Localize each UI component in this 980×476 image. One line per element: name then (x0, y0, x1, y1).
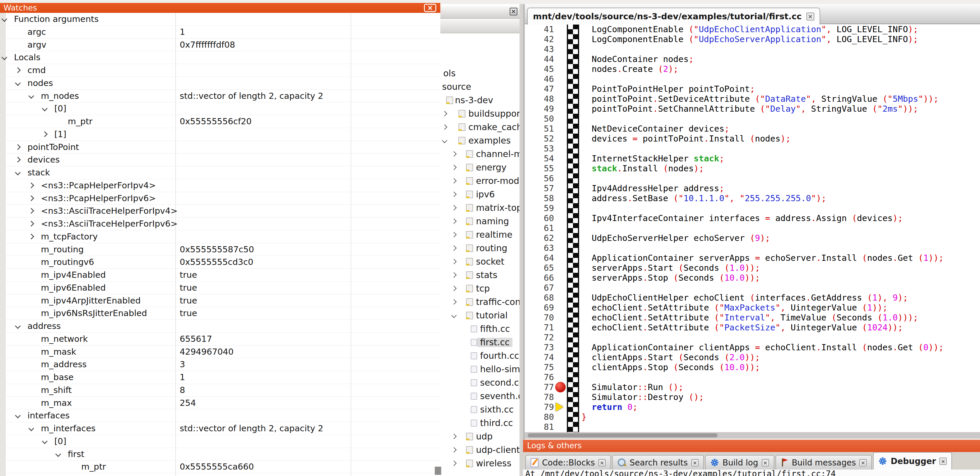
tree-item-ipv6[interactable]: ipv6 (440, 190, 520, 200)
code-text[interactable]: pointToPoint.SetChannelAttribute ("Delay… (581, 104, 918, 114)
line-number[interactable]: 69 (525, 303, 554, 313)
watch-row[interactable]: m_shift8 (0, 384, 440, 397)
log-tab-search-results[interactable]: Search results× (612, 455, 704, 470)
editor-tab-first-cc[interactable]: mnt/dev/tools/source/ns-3-dev/examples/t… (527, 8, 820, 24)
code-text[interactable]: Ipv4InterfaceContainer interfaces = addr… (581, 213, 903, 223)
code-text[interactable]: InternetStackHelper stack; (581, 153, 724, 163)
chevron-right-icon[interactable] (451, 178, 457, 183)
line-number[interactable]: 47 (525, 84, 554, 94)
log-tab-code-blocks[interactable]: Code::Blocks× (525, 455, 611, 470)
chevron-right-icon[interactable] (451, 286, 457, 291)
watch-row[interactable]: argc1 (0, 26, 440, 38)
code-text[interactable]: LogComponentEnable ("UdpEchoClientApplic… (581, 24, 918, 34)
chevron-right-icon[interactable] (451, 299, 457, 304)
code-text[interactable]: Ipv4AddressHelper address; (581, 183, 724, 193)
code-text[interactable]: ApplicationContainer serverApps = echoSe… (581, 253, 944, 263)
tree-item-traffic-contro[interactable]: traffic-contro (440, 297, 520, 307)
line-number[interactable]: 67 (525, 283, 554, 293)
watch-row[interactable]: <ns3::PcapHelperForIpv6> (0, 192, 440, 205)
line-number[interactable]: 66 (525, 273, 554, 283)
watch-row[interactable]: m_ipv6Enabledtrue (0, 281, 440, 294)
line-number[interactable]: 62 (525, 233, 554, 243)
line-number[interactable]: 60 (525, 213, 554, 223)
tree-item-third-cc[interactable]: third.cc (440, 418, 520, 428)
watch-row[interactable]: m_max254 (0, 397, 440, 410)
watch-row[interactable]: m_address3 (0, 358, 440, 371)
chevron-right-icon[interactable] (451, 447, 457, 452)
watch-row[interactable]: [1] (0, 128, 440, 141)
chevron-down-icon[interactable] (442, 138, 447, 143)
tree-item-seventh-cc[interactable]: seventh.cc (440, 391, 520, 401)
chevron-right-icon[interactable] (28, 233, 34, 240)
watch-row[interactable]: m_base1 (0, 371, 440, 384)
code-text[interactable]: nodes.Create (2); (581, 64, 678, 74)
code-area[interactable]: 41 LogComponentEnable ("UdpEchoClientApp… (525, 24, 980, 432)
tree-item-channel-mode[interactable]: channel-mode (440, 149, 520, 159)
line-number[interactable]: 57 (525, 183, 554, 193)
watch-row[interactable]: <ns3::AsciiTraceHelperForIpv6> (0, 217, 440, 230)
chevron-right-icon[interactable] (451, 460, 457, 466)
code-text[interactable]: NodeContainer nodes; (581, 54, 694, 64)
chevron-right-icon[interactable] (28, 182, 34, 188)
breakpoint-icon[interactable] (555, 382, 566, 392)
close-icon[interactable]: × (691, 459, 698, 466)
watch-row[interactable]: [0] (0, 102, 440, 115)
chevron-right-icon[interactable] (28, 195, 34, 201)
line-number[interactable]: 71 (525, 323, 554, 332)
chevron-right-icon[interactable] (442, 124, 447, 129)
watch-row[interactable]: m_mask4294967040 (0, 346, 440, 358)
tree-item-buildsupport[interactable]: buildsupport (440, 109, 520, 119)
watch-row[interactable]: <ns3::AsciiTraceHelperForIpv4> (0, 204, 440, 217)
line-number[interactable]: 79 (525, 402, 554, 412)
tree-item-ols[interactable]: ols (440, 69, 520, 79)
code-text[interactable]: } (581, 412, 586, 422)
chevron-right-icon[interactable] (451, 259, 457, 264)
chevron-right-icon[interactable] (451, 165, 457, 170)
tree-item-error-model[interactable]: error-model (440, 176, 520, 186)
tree-item-second-cc[interactable]: second.cc (440, 378, 520, 388)
watches-resize-grip[interactable] (435, 466, 441, 475)
horizontal-scrollbar[interactable] (525, 432, 980, 439)
watch-row[interactable]: m_ipv6NsRsJitterEnabledtrue (0, 307, 440, 320)
line-number[interactable]: 68 (525, 293, 554, 303)
line-number[interactable]: 56 (525, 173, 554, 183)
tab-close-icon[interactable]: × (807, 13, 815, 21)
watch-row[interactable]: Function arguments (0, 13, 440, 26)
tree-item-udp-client-ser[interactable]: udp-client-ser (440, 445, 520, 455)
chevron-down-icon[interactable] (15, 80, 21, 86)
line-number[interactable]: 74 (525, 352, 554, 362)
watch-row[interactable]: m_ptr0x55555556cf20 (0, 115, 440, 128)
code-text[interactable]: pointToPoint.SetDeviceAttribute ("DataRa… (581, 94, 939, 104)
line-number[interactable]: 50 (525, 114, 554, 124)
code-text[interactable]: Simulator::Run (); (581, 382, 683, 392)
line-number[interactable]: 61 (525, 223, 554, 233)
watch-row[interactable]: m_ipv4Enabledtrue (0, 269, 440, 281)
line-number[interactable]: 58 (525, 193, 554, 203)
horizontal-scrollbar-thumb[interactable] (528, 433, 718, 438)
watch-row[interactable]: address (0, 320, 440, 333)
line-number[interactable]: 80 (525, 412, 554, 422)
code-text[interactable]: devices = pointToPoint.Install (nodes); (581, 134, 791, 144)
watch-row[interactable]: m_interfacesstd::vector of length 2, cap… (0, 422, 440, 435)
watch-row[interactable]: [0] (0, 435, 440, 448)
code-text[interactable]: serverApps.Stop (Seconds (10.0)); (581, 273, 760, 283)
tree-item-matrix-topolo[interactable]: matrix-topolo (440, 203, 520, 213)
tree-item-energy[interactable]: energy (440, 163, 520, 173)
line-number[interactable]: 64 (525, 253, 554, 263)
chevron-right-icon[interactable] (451, 272, 457, 278)
line-number[interactable]: 65 (525, 263, 554, 273)
chevron-right-icon[interactable] (42, 131, 48, 137)
chevron-down-icon[interactable] (55, 451, 61, 457)
chevron-down-icon[interactable] (15, 169, 21, 176)
code-text[interactable]: ApplicationContainer clientApps = echoCl… (581, 342, 944, 352)
watch-row[interactable]: argv0x7fffffffdf08 (0, 38, 440, 51)
code-text[interactable]: return 0; (581, 402, 638, 412)
logs-titlebar[interactable]: Logs & others (523, 440, 980, 452)
watches-close-icon[interactable]: × (424, 4, 436, 12)
watch-row[interactable]: nodes (0, 77, 440, 90)
chevron-right-icon[interactable] (15, 157, 21, 163)
code-text[interactable]: LogComponentEnable ("UdpEchoServerApplic… (581, 34, 918, 44)
line-number[interactable]: 42 (525, 34, 554, 44)
chevron-right-icon[interactable] (28, 208, 34, 214)
tree-item-realtime[interactable]: realtime (440, 230, 520, 240)
